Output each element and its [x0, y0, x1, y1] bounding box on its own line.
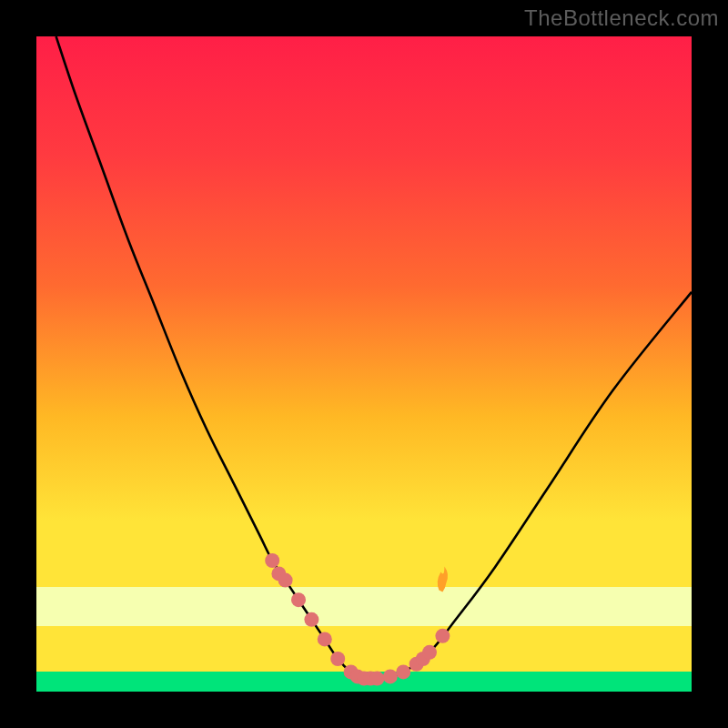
curve-marker	[330, 652, 345, 666]
curve-marker	[265, 553, 279, 568]
curve-marker	[291, 592, 306, 607]
curve-marker	[396, 664, 410, 679]
gradient-background	[36, 36, 692, 692]
curve-marker	[304, 612, 318, 627]
curve-marker	[369, 672, 384, 686]
curve-marker	[383, 669, 398, 683]
curve-marker	[435, 629, 450, 643]
watermark-text: TheBottleneck.com	[524, 5, 719, 31]
curve-marker	[318, 632, 332, 646]
curve-marker	[422, 645, 437, 660]
chart-canvas	[36, 36, 692, 692]
chart-frame: TheBottleneck.com	[0, 0, 728, 728]
curve-marker	[278, 573, 293, 588]
